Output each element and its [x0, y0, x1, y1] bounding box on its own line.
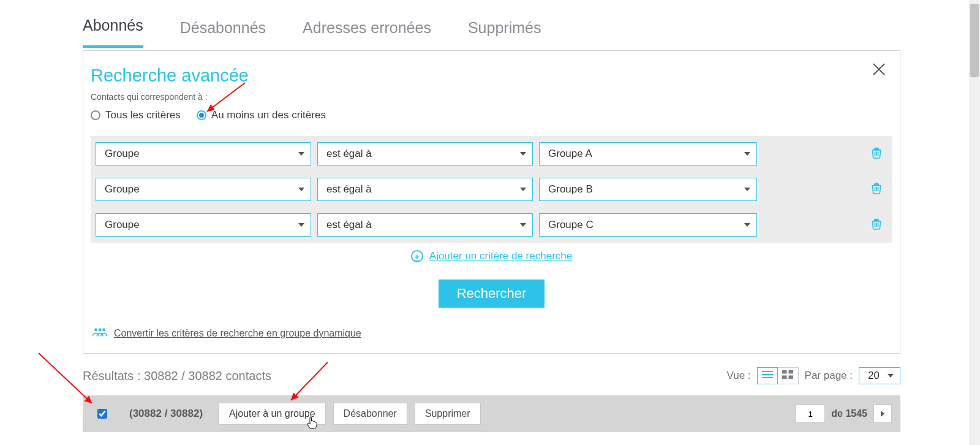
criterion-row: Groupe est égal à Groupe B [91, 172, 892, 207]
chevron-down-icon [298, 223, 304, 227]
view-grid-button[interactable] [778, 367, 799, 384]
page-input[interactable] [796, 405, 825, 423]
results-count: Résultats : 30882 / 30882 contacts [83, 369, 271, 383]
radio-any-label: Au moins un des critères [211, 109, 326, 121]
chevron-down-icon [520, 223, 526, 227]
grid-icon [782, 370, 793, 382]
tab-bounced[interactable]: Adresses erronées [303, 1, 431, 48]
chevron-down-icon [298, 152, 304, 156]
add-to-group-button[interactable]: Ajouter à un groupe [219, 403, 326, 425]
svg-point-2 [94, 329, 97, 332]
chevron-down-icon [520, 188, 526, 191]
pagination: de 1545 [796, 405, 892, 423]
panel-title: Recherche avancée [91, 58, 892, 89]
results-bar: Résultats : 30882 / 30882 contacts Vue :… [83, 367, 900, 384]
chevron-down-icon [744, 223, 750, 227]
radio-off-icon [91, 110, 100, 120]
delete-criterion-button[interactable] [868, 216, 885, 234]
criterion-operator-select[interactable]: est égal à [317, 213, 533, 237]
delete-criterion-button[interactable] [868, 145, 885, 162]
add-criterion-link[interactable]: + Ajouter un critère de recherche [411, 250, 572, 262]
per-page-select[interactable]: 20 [859, 367, 900, 384]
page-of-label: de 1545 [831, 408, 867, 419]
convert-dynamic-group-link[interactable]: Convertir les critères de recherche en g… [114, 328, 361, 339]
trash-icon [870, 218, 883, 232]
delete-button[interactable]: Supprimer [415, 403, 481, 425]
plus-circle-icon: + [411, 250, 423, 262]
criterion-operator-value: est égal à [326, 219, 372, 231]
scrollbar-thumb[interactable] [970, 4, 979, 77]
radio-all-label: Tous les critères [105, 109, 181, 121]
select-all-checkbox[interactable] [97, 409, 107, 419]
list-icon [762, 370, 773, 382]
criterion-operator-select[interactable]: est égal à [317, 142, 533, 165]
tab-deleted[interactable]: Supprimés [468, 1, 541, 48]
trash-icon [870, 146, 883, 161]
trash-icon [870, 182, 883, 197]
search-button[interactable]: Rechercher [439, 280, 545, 308]
criterion-value-select[interactable]: Groupe A [539, 142, 757, 165]
criterion-operator-select[interactable]: est égal à [317, 178, 533, 201]
tab-unsubscribed[interactable]: Désabonnés [180, 1, 266, 48]
selected-count: (30882 / 30882) [129, 408, 203, 420]
chevron-down-icon [298, 188, 304, 191]
svg-rect-11 [789, 376, 793, 379]
tab-subscribed[interactable]: Abonnés [83, 0, 143, 48]
radio-any-criteria[interactable]: Au moins un des critères [197, 109, 326, 121]
criterion-field-value: Groupe [105, 183, 140, 196]
criterion-value-select[interactable]: Groupe B [539, 178, 757, 201]
svg-rect-8 [782, 370, 786, 373]
criterion-field-value: Groupe [105, 148, 140, 160]
criterion-field-select[interactable]: Groupe [96, 178, 311, 201]
criterion-value-value: Groupe C [548, 219, 594, 231]
criterion-operator-value: est égal à [326, 183, 372, 196]
unsubscribe-button[interactable]: Désabonner [333, 403, 407, 425]
next-page-button[interactable] [873, 405, 892, 423]
criterion-value-value: Groupe B [548, 183, 593, 196]
close-icon[interactable] [872, 62, 886, 79]
chevron-down-icon [520, 152, 526, 156]
chevron-down-icon [744, 188, 750, 191]
add-criterion-label: Ajouter un critère de recherche [429, 250, 572, 262]
action-bar: (30882 / 30882) Ajouter à un groupe Désa… [83, 395, 900, 432]
delete-criterion-button[interactable] [868, 181, 885, 198]
criterion-operator-value: est égal à [326, 148, 372, 160]
criterion-value-select[interactable]: Groupe C [539, 213, 757, 237]
criterion-row: Groupe est égal à Groupe A [91, 136, 892, 172]
radio-on-icon [197, 110, 206, 120]
radio-all-criteria[interactable]: Tous les critères [91, 109, 181, 121]
view-list-button[interactable] [757, 367, 778, 384]
advanced-search-panel: Recherche avancée Contacts qui correspon… [83, 50, 900, 354]
criteria-list: Groupe est égal à Groupe A Groupe est ég… [91, 136, 892, 243]
criterion-field-value: Groupe [105, 219, 140, 231]
view-toggle [757, 367, 799, 384]
criterion-row: Groupe est égal à Groupe C [91, 207, 892, 243]
chevron-down-icon [888, 374, 894, 378]
per-page-label: Par page : [805, 370, 853, 382]
chevron-down-icon [744, 152, 750, 156]
per-page-value: 20 [868, 370, 880, 382]
view-label: Vue : [726, 370, 750, 382]
criterion-field-select[interactable]: Groupe [96, 142, 311, 165]
people-icon [92, 326, 108, 341]
criterion-value-value: Groupe A [548, 148, 592, 160]
svg-rect-9 [789, 370, 793, 373]
chevron-right-icon [881, 411, 884, 417]
svg-rect-10 [782, 376, 786, 379]
svg-point-4 [102, 329, 105, 332]
svg-point-3 [99, 329, 102, 332]
tabs: Abonnés Désabonnés Adresses erronées Sup… [83, 0, 900, 48]
criterion-field-select[interactable]: Groupe [96, 213, 311, 237]
match-label: Contacts qui correspondent à : [91, 92, 892, 102]
